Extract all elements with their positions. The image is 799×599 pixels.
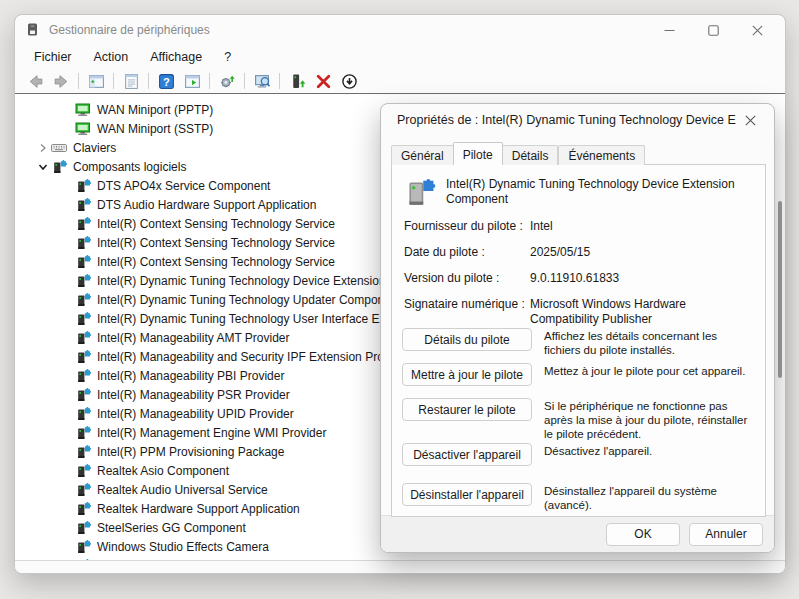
device-header: Intel(R) Dynamic Tuning Technology Devic…: [402, 175, 746, 209]
field-label: Date du pilote :: [404, 245, 530, 260]
driver-action-row: Mettre à jour le piloteMettez à jour le …: [402, 363, 762, 386]
field-value: Microsoft Windows Hardware Compatibility…: [530, 297, 740, 327]
tree-scrollbar-thumb[interactable]: [778, 201, 782, 378]
field-label: Signataire numérique :: [404, 297, 530, 327]
device-manager-app-icon: [25, 22, 41, 38]
tree-item-label: Windows Studio Effects Camera: [97, 539, 269, 554]
properties-dialog: Propriétés de : Intel(R) Dynamic Tuning …: [380, 103, 775, 553]
driver-action-row: Désinstaller l'appareilDésinstallez l'ap…: [402, 483, 762, 512]
tab-evenements[interactable]: Événements: [558, 145, 645, 165]
software-component-icon: [75, 311, 91, 327]
driver-action-description: Affichez les détails concernant les fich…: [544, 328, 756, 357]
menu-item-action[interactable]: Action: [85, 47, 138, 67]
collapsed-chevron-icon[interactable]: [35, 140, 51, 156]
tab-details[interactable]: Détails: [502, 145, 559, 165]
tree-item-label: Intel(R) Context Sensing Technology Serv…: [97, 216, 335, 231]
software-component-icon: [75, 444, 91, 460]
driver-action-button[interactable]: Désactiver l'appareil: [402, 443, 532, 466]
tree-item-label: Intel(R) Manageability PBI Provider: [97, 368, 284, 383]
menu-item-affichage[interactable]: Affichage: [141, 47, 211, 67]
driver-action-description: Désinstallez l'appareil du système (avan…: [544, 483, 756, 512]
minimize-icon[interactable]: [647, 16, 691, 44]
tree-item-label: WAN Miniport (SSTP): [97, 121, 213, 136]
driver-action-description: Si le périphérique ne fonctionne pas apr…: [544, 398, 756, 441]
field-label: Version du pilote :: [404, 271, 530, 286]
scan-hardware-icon[interactable]: [215, 70, 239, 92]
forward-icon[interactable]: [49, 70, 73, 92]
titlebar[interactable]: Gestionnaire de périphériques: [15, 15, 785, 45]
disable-device-icon[interactable]: [337, 70, 361, 92]
software-component-icon: [75, 482, 91, 498]
properties-icon[interactable]: [119, 70, 143, 92]
software-component-icon: [75, 349, 91, 365]
software-component-icon: [75, 330, 91, 346]
uninstall-device-icon[interactable]: [311, 70, 335, 92]
menu-item-fichier[interactable]: Fichier: [25, 47, 81, 67]
software-component-icon: [75, 235, 91, 251]
tab-general[interactable]: Général: [391, 145, 454, 165]
driver-action-button[interactable]: Détails du pilote: [402, 328, 532, 351]
computer-search-icon[interactable]: [250, 70, 274, 92]
expanded-chevron-icon[interactable]: [35, 159, 51, 175]
driver-action-row: Désactiver l'appareilDésactivez l'appare…: [402, 443, 762, 466]
software-component-icon: [75, 406, 91, 422]
software-component-icon: [75, 463, 91, 479]
driver-action-description: Mettez à jour le pilote pour cet apparei…: [544, 363, 756, 386]
software-component-icon: [75, 501, 91, 517]
menu-item-aide[interactable]: ?: [215, 47, 240, 67]
software-component-icon: [75, 273, 91, 289]
help-icon[interactable]: ?: [154, 70, 178, 92]
driver-field-row: Version du pilote :9.0.11910.61833: [404, 271, 754, 286]
software-component-icon: [75, 292, 91, 308]
driver-field-row: Fournisseur du pilote :Intel: [404, 219, 754, 234]
toolbar-separator: [148, 73, 149, 89]
tree-item-label: DTS Audio Hardware Support Application: [97, 197, 316, 212]
menu-bar: FichierActionAffichage?: [15, 45, 785, 69]
software-component-icon: [75, 197, 91, 213]
software-component-icon: [75, 539, 91, 555]
tree-item-label: Composants logiciels: [73, 159, 186, 174]
tree-item-label: Intel(R) PPM Provisioning Package: [97, 444, 284, 459]
tree-item-label: Claviers: [73, 140, 116, 155]
device-name: Intel(R) Dynamic Tuning Technology Devic…: [446, 175, 746, 209]
close-icon[interactable]: [735, 16, 779, 44]
dialog-titlebar[interactable]: Propriétés de : Intel(R) Dynamic Tuning …: [381, 104, 774, 136]
dialog-close-icon[interactable]: [736, 107, 766, 133]
toolbar-separator: [209, 73, 210, 89]
driver-action-description: Désactivez l'appareil.: [544, 443, 756, 466]
tree-item-label: Intel(R) Dynamic Tuning Technology Devic…: [97, 273, 386, 288]
driver-tab-page: Intel(R) Dynamic Tuning Technology Devic…: [391, 164, 766, 517]
tree-item-label: Intel(R) Manageability PSR Provider: [97, 387, 290, 402]
cancel-button[interactable]: Annuler: [689, 523, 763, 546]
dialog-footer: OK Annuler: [381, 515, 774, 552]
dialog-tabs: GénéralPiloteDétailsÉvénements: [391, 142, 645, 165]
network-adapter-icon: [75, 102, 91, 118]
driver-action-button[interactable]: Désinstaller l'appareil: [402, 483, 532, 506]
driver-field-row: Signataire numérique :Microsoft Windows …: [404, 297, 754, 327]
ok-button[interactable]: OK: [606, 523, 680, 546]
update-driver-icon[interactable]: [285, 70, 309, 92]
network-adapter-icon: [75, 121, 91, 137]
action-pane-icon[interactable]: [180, 70, 204, 92]
tree-item-label: DTS APO4x Service Component: [97, 178, 270, 193]
maximize-icon[interactable]: [691, 16, 735, 44]
driver-action-button[interactable]: Restaurer le pilote: [402, 398, 532, 421]
toolbar-separator: [113, 73, 114, 89]
driver-fields: Fournisseur du pilote :IntelDate du pilo…: [404, 219, 754, 338]
tree-item-label: Realtek Audio Universal Service: [97, 482, 268, 497]
driver-action-button[interactable]: Mettre à jour le pilote: [402, 363, 532, 386]
software-component-icon: [75, 216, 91, 232]
software-component-icon: [75, 178, 91, 194]
console-tree-icon[interactable]: [84, 70, 108, 92]
software-component-icon: [51, 159, 67, 175]
keyboard-icon: [51, 140, 67, 156]
window-title: Gestionnaire de périphériques: [49, 23, 210, 37]
software-component-icon: [75, 387, 91, 403]
field-value: Intel: [530, 219, 740, 234]
driver-action-row: Restaurer le piloteSi le périphérique ne…: [402, 398, 762, 441]
tree-item-label: Realtek Hardware Support Application: [97, 501, 300, 516]
tree-item-label: Intel(R) Context Sensing Technology Serv…: [97, 254, 335, 269]
tab-pilote[interactable]: Pilote: [453, 142, 503, 165]
tree-item-label: Intel(R) Manageability and Security IPF …: [97, 349, 390, 364]
back-icon[interactable]: [23, 70, 47, 92]
